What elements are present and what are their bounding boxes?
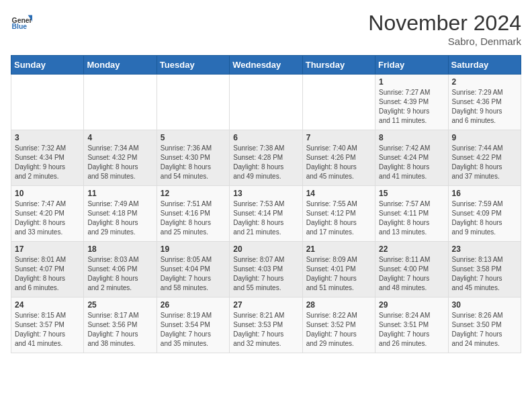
day-number: 2 [452,77,517,87]
calendar-cell: 11Sunrise: 7:49 AM Sunset: 4:18 PM Dayli… [84,186,157,242]
calendar-cell: 23Sunrise: 8:13 AM Sunset: 3:58 PM Dayli… [448,242,521,298]
day-info: Sunrise: 8:17 AM Sunset: 3:56 PM Dayligh… [87,311,152,349]
day-number: 22 [379,244,444,254]
day-number: 24 [15,300,80,310]
weekday-header-sunday: Sunday [11,56,84,75]
day-number: 4 [87,133,152,142]
day-number: 21 [306,244,371,254]
title-block: November 2024 Sabro, Denmark [368,11,521,47]
day-info: Sunrise: 8:24 AM Sunset: 3:51 PM Dayligh… [379,311,444,349]
day-number: 13 [233,189,298,198]
calendar-cell: 27Sunrise: 8:21 AM Sunset: 3:53 PM Dayli… [230,298,302,353]
day-info: Sunrise: 7:42 AM Sunset: 4:24 PM Dayligh… [379,144,444,181]
day-info: Sunrise: 8:03 AM Sunset: 4:06 PM Dayligh… [87,255,152,293]
calendar-week-3: 10Sunrise: 7:47 AM Sunset: 4:20 PM Dayli… [11,186,521,242]
calendar-table: SundayMondayTuesdayWednesdayThursdayFrid… [11,55,521,353]
calendar-cell [84,75,157,130]
calendar-cell: 14Sunrise: 7:55 AM Sunset: 4:12 PM Dayli… [302,186,375,242]
day-info: Sunrise: 7:53 AM Sunset: 4:14 PM Dayligh… [233,199,298,237]
calendar-week-4: 17Sunrise: 8:01 AM Sunset: 4:07 PM Dayli… [11,242,521,298]
day-info: Sunrise: 8:05 AM Sunset: 4:04 PM Dayligh… [161,255,226,293]
day-number: 3 [15,133,80,142]
logo: General Blue [11,11,32,32]
calendar-cell [157,75,229,130]
calendar-cell: 2Sunrise: 7:29 AM Sunset: 4:36 PM Daylig… [448,75,521,130]
day-number: 9 [452,133,517,142]
day-number: 11 [87,189,152,198]
weekday-header-thursday: Thursday [302,56,375,75]
day-number: 26 [161,300,226,310]
day-number: 14 [306,189,371,198]
day-number: 18 [87,244,152,254]
calendar-cell: 4Sunrise: 7:34 AM Sunset: 4:32 PM Daylig… [84,130,157,186]
day-info: Sunrise: 8:09 AM Sunset: 4:01 PM Dayligh… [306,255,371,293]
calendar-week-5: 24Sunrise: 8:15 AM Sunset: 3:57 PM Dayli… [11,298,521,353]
day-number: 20 [233,244,298,254]
calendar-cell: 8Sunrise: 7:42 AM Sunset: 4:24 PM Daylig… [375,130,448,186]
day-info: Sunrise: 7:51 AM Sunset: 4:16 PM Dayligh… [161,199,226,237]
day-number: 15 [379,189,444,198]
day-number: 5 [161,133,226,142]
calendar-cell: 16Sunrise: 7:59 AM Sunset: 4:09 PM Dayli… [448,186,521,242]
calendar-cell: 21Sunrise: 8:09 AM Sunset: 4:01 PM Dayli… [302,242,375,298]
day-info: Sunrise: 7:36 AM Sunset: 4:30 PM Dayligh… [161,144,226,181]
day-number: 17 [15,244,80,254]
calendar-cell: 29Sunrise: 8:24 AM Sunset: 3:51 PM Dayli… [375,298,448,353]
calendar-cell: 3Sunrise: 7:32 AM Sunset: 4:34 PM Daylig… [11,130,84,186]
day-info: Sunrise: 8:22 AM Sunset: 3:52 PM Dayligh… [306,311,371,349]
logo-icon: General Blue [11,11,32,32]
calendar-cell: 19Sunrise: 8:05 AM Sunset: 4:04 PM Dayli… [157,242,229,298]
month-title: November 2024 [368,11,521,36]
calendar-cell [230,75,302,130]
location: Sabro, Denmark [368,36,521,47]
calendar-cell: 17Sunrise: 8:01 AM Sunset: 4:07 PM Dayli… [11,242,84,298]
day-info: Sunrise: 8:15 AM Sunset: 3:57 PM Dayligh… [15,311,80,349]
weekday-header-monday: Monday [84,56,157,75]
calendar-cell: 1Sunrise: 7:27 AM Sunset: 4:39 PM Daylig… [375,75,448,130]
day-info: Sunrise: 7:49 AM Sunset: 4:18 PM Dayligh… [87,199,152,237]
calendar-cell: 24Sunrise: 8:15 AM Sunset: 3:57 PM Dayli… [11,298,84,353]
weekday-header-row: SundayMondayTuesdayWednesdayThursdayFrid… [11,56,521,75]
day-info: Sunrise: 7:47 AM Sunset: 4:20 PM Dayligh… [15,199,80,237]
day-number: 29 [379,300,444,310]
calendar-cell [302,75,375,130]
weekday-header-tuesday: Tuesday [157,56,229,75]
calendar-cell: 18Sunrise: 8:03 AM Sunset: 4:06 PM Dayli… [84,242,157,298]
svg-text:Blue: Blue [12,23,28,30]
day-info: Sunrise: 8:26 AM Sunset: 3:50 PM Dayligh… [452,311,517,349]
day-info: Sunrise: 7:44 AM Sunset: 4:22 PM Dayligh… [452,144,517,181]
day-info: Sunrise: 7:27 AM Sunset: 4:39 PM Dayligh… [379,88,444,126]
calendar-cell: 26Sunrise: 8:19 AM Sunset: 3:54 PM Dayli… [157,298,229,353]
day-info: Sunrise: 7:38 AM Sunset: 4:28 PM Dayligh… [233,144,298,181]
day-number: 10 [15,189,80,198]
day-info: Sunrise: 8:19 AM Sunset: 3:54 PM Dayligh… [161,311,226,349]
page-header: General Blue November 2024 Sabro, Denmar… [11,11,521,47]
day-info: Sunrise: 7:29 AM Sunset: 4:36 PM Dayligh… [452,88,517,126]
weekday-header-saturday: Saturday [448,56,521,75]
day-info: Sunrise: 7:57 AM Sunset: 4:11 PM Dayligh… [379,199,444,237]
day-info: Sunrise: 7:32 AM Sunset: 4:34 PM Dayligh… [15,144,80,181]
day-number: 30 [452,300,517,310]
calendar-header: SundayMondayTuesdayWednesdayThursdayFrid… [11,56,521,75]
calendar-cell: 15Sunrise: 7:57 AM Sunset: 4:11 PM Dayli… [375,186,448,242]
calendar-cell [11,75,84,130]
calendar-cell: 6Sunrise: 7:38 AM Sunset: 4:28 PM Daylig… [230,130,302,186]
day-number: 23 [452,244,517,254]
day-number: 16 [452,189,517,198]
calendar-cell: 5Sunrise: 7:36 AM Sunset: 4:30 PM Daylig… [157,130,229,186]
weekday-header-wednesday: Wednesday [230,56,302,75]
day-info: Sunrise: 8:01 AM Sunset: 4:07 PM Dayligh… [15,255,80,293]
day-number: 27 [233,300,298,310]
calendar-body: 1Sunrise: 7:27 AM Sunset: 4:39 PM Daylig… [11,75,521,353]
day-number: 1 [379,77,444,87]
calendar-cell: 10Sunrise: 7:47 AM Sunset: 4:20 PM Dayli… [11,186,84,242]
day-info: Sunrise: 8:13 AM Sunset: 3:58 PM Dayligh… [452,255,517,293]
day-info: Sunrise: 8:07 AM Sunset: 4:03 PM Dayligh… [233,255,298,293]
calendar-cell: 22Sunrise: 8:11 AM Sunset: 4:00 PM Dayli… [375,242,448,298]
calendar-week-1: 1Sunrise: 7:27 AM Sunset: 4:39 PM Daylig… [11,75,521,130]
day-info: Sunrise: 7:55 AM Sunset: 4:12 PM Dayligh… [306,199,371,237]
calendar-cell: 20Sunrise: 8:07 AM Sunset: 4:03 PM Dayli… [230,242,302,298]
calendar-cell: 7Sunrise: 7:40 AM Sunset: 4:26 PM Daylig… [302,130,375,186]
day-number: 12 [161,189,226,198]
day-number: 6 [233,133,298,142]
